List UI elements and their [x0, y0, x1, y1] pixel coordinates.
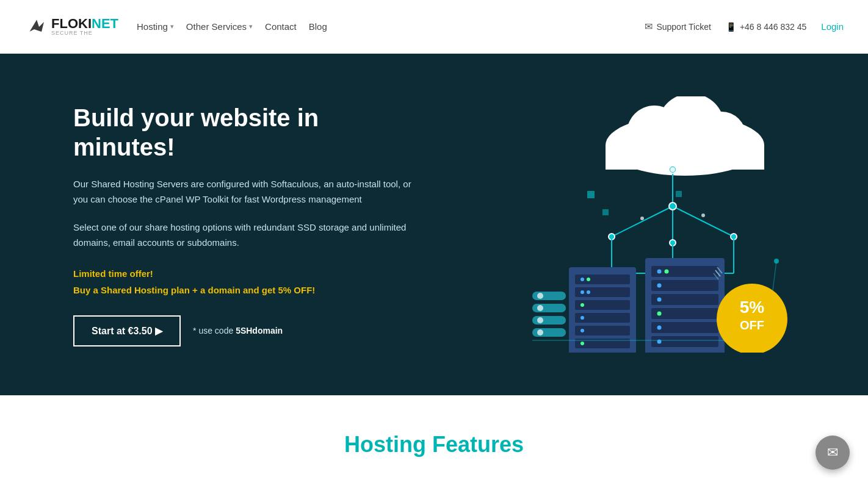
- envelope-icon: ✉: [645, 21, 653, 32]
- other-services-dropdown-icon: [249, 23, 253, 30]
- logo-subtitle: SECURE THE: [51, 30, 118, 36]
- svg-line-10: [673, 206, 734, 237]
- navbar-left: FLOKINET SECURE THE Hosting Other Servic…: [24, 15, 327, 39]
- features-section: Hosting Features: [0, 395, 868, 487]
- svg-text:5%: 5%: [740, 298, 765, 317]
- hero-cta-row: Start at €3.50 ▶ * use code 5SHdomain: [73, 315, 415, 346]
- hosting-dropdown-icon: [170, 23, 174, 30]
- svg-point-33: [580, 278, 584, 281]
- svg-line-8: [612, 206, 673, 237]
- promo-code-text: * use code 5SHdomain: [193, 326, 283, 336]
- svg-point-48: [657, 270, 662, 274]
- hero-illustration: 5% OFF: [514, 96, 819, 353]
- svg-point-52: [657, 312, 662, 316]
- svg-point-63: [537, 317, 543, 323]
- nav-contact[interactable]: Contact: [265, 21, 297, 32]
- hero-desc2: Select one of our share hosting options …: [73, 220, 415, 251]
- svg-point-40: [580, 342, 584, 345]
- svg-rect-6: [606, 145, 764, 170]
- logo[interactable]: FLOKINET SECURE THE: [24, 15, 118, 39]
- mail-fab-icon: ✉: [827, 445, 838, 461]
- svg-point-65: [537, 329, 543, 336]
- navbar: FLOKINET SECURE THE Hosting Other Servic…: [0, 0, 868, 54]
- logo-floki: FLOKI: [51, 17, 92, 30]
- svg-point-71: [774, 259, 779, 264]
- svg-point-35: [580, 290, 584, 294]
- svg-text:OFF: OFF: [740, 318, 764, 332]
- logo-bird-icon: [24, 15, 49, 39]
- hero-offer: Limited time offer! Buy a Shared Hosting…: [73, 265, 415, 298]
- support-ticket[interactable]: ✉ Support Ticket: [645, 21, 711, 32]
- mail-fab-button[interactable]: ✉: [816, 436, 850, 470]
- nav-links: Hosting Other Services Contact Blog: [137, 21, 327, 32]
- svg-point-12: [669, 203, 676, 210]
- hero-title: Build your website in minutes!: [73, 103, 415, 162]
- features-title: Hosting Features: [24, 432, 844, 458]
- svg-point-39: [580, 329, 584, 332]
- svg-point-59: [537, 293, 543, 299]
- svg-rect-21: [602, 209, 609, 215]
- login-button[interactable]: Login: [821, 21, 844, 32]
- svg-marker-0: [29, 20, 44, 32]
- nav-blog[interactable]: Blog: [309, 21, 327, 32]
- logo-net: NET: [92, 17, 118, 30]
- svg-point-61: [537, 305, 543, 311]
- svg-point-51: [657, 298, 662, 302]
- svg-point-50: [657, 284, 662, 288]
- hero-desc1: Our Shared Hosting Servers are configure…: [73, 176, 415, 207]
- phone-icon: 📱: [726, 22, 736, 32]
- svg-rect-22: [676, 191, 682, 197]
- svg-point-38: [580, 316, 584, 320]
- svg-point-36: [587, 290, 590, 294]
- network-svg: 5% OFF: [514, 96, 819, 353]
- svg-point-53: [657, 326, 662, 330]
- hero-section: Build your website in minutes! Our Share…: [0, 54, 868, 395]
- svg-point-25: [701, 214, 705, 217]
- logo-text: FLOKINET SECURE THE: [51, 17, 118, 36]
- nav-hosting[interactable]: Hosting: [137, 21, 174, 32]
- svg-point-37: [580, 303, 584, 307]
- svg-point-23: [670, 167, 675, 172]
- nav-other-services[interactable]: Other Services: [186, 21, 253, 32]
- hero-content: Build your website in minutes! Our Share…: [73, 103, 415, 346]
- svg-point-49: [665, 270, 669, 274]
- svg-point-34: [587, 278, 590, 281]
- svg-point-24: [640, 217, 644, 220]
- phone-number[interactable]: 📱 +46 8 446 832 45: [726, 22, 806, 32]
- start-button[interactable]: Start at €3.50 ▶: [73, 315, 181, 346]
- navbar-right: ✉ Support Ticket 📱 +46 8 446 832 45 Logi…: [645, 21, 844, 32]
- svg-rect-20: [587, 191, 595, 198]
